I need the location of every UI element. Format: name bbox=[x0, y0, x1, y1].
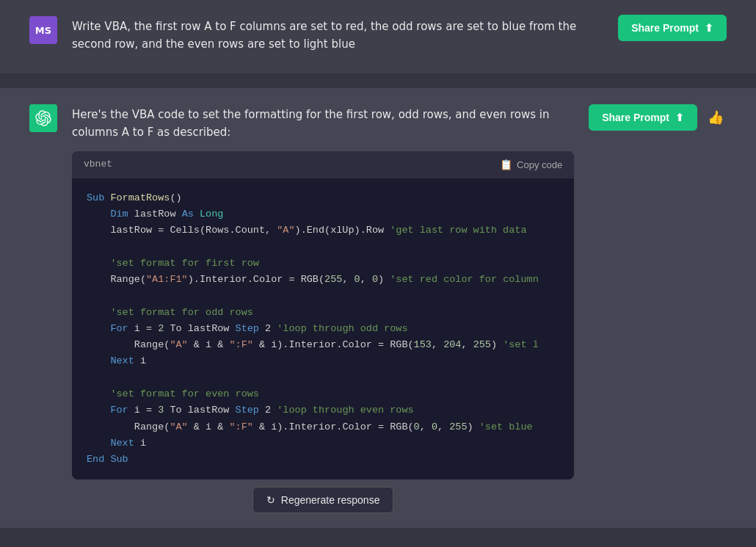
assistant-message-content: Here's the VBA code to set the formattin… bbox=[72, 103, 574, 513]
assistant-avatar bbox=[29, 104, 57, 132]
copy-icon: 📋 bbox=[500, 159, 512, 170]
assistant-actions: Share Prompt ⬆ 👍 bbox=[589, 104, 727, 131]
code-content-area: Sub FormatRows() Dim lastRow As Long las… bbox=[72, 178, 574, 480]
user-avatar: MS bbox=[29, 16, 57, 44]
share-prompt-label-assistant: Share Prompt bbox=[602, 112, 669, 123]
share-prompt-label-user: Share Prompt bbox=[631, 22, 699, 34]
share-prompt-button-user[interactable]: Share Prompt ⬆ bbox=[618, 15, 727, 41]
regenerate-container: ↻ Regenerate response bbox=[72, 487, 574, 513]
code-block: vbnet 📋 Copy code Sub FormatRows() Dim l… bbox=[72, 151, 574, 479]
conversation-container: MS Write VBA, the first row A to F colum… bbox=[0, 0, 756, 528]
thumbs-up-button[interactable]: 👍 bbox=[705, 106, 727, 128]
copy-code-label: Copy code bbox=[517, 159, 562, 170]
share-icon-assistant: ⬆ bbox=[675, 112, 684, 123]
code-lang-label: vbnet bbox=[84, 157, 112, 173]
code-block-header: vbnet 📋 Copy code bbox=[72, 151, 574, 178]
copy-code-button[interactable]: 📋 Copy code bbox=[500, 159, 562, 170]
share-icon-user: ⬆ bbox=[705, 22, 713, 34]
regenerate-label: Regenerate response bbox=[281, 494, 380, 506]
regenerate-icon: ↻ bbox=[266, 494, 275, 506]
share-prompt-button-assistant[interactable]: Share Prompt ⬆ bbox=[589, 104, 697, 131]
regenerate-button[interactable]: ↻ Regenerate response bbox=[252, 487, 394, 513]
assistant-message-row: Here's the VBA code to set the formattin… bbox=[0, 88, 756, 528]
message-separator bbox=[0, 73, 756, 88]
user-message-row: MS Write VBA, the first row A to F colum… bbox=[0, 0, 756, 73]
user-message-text: Write VBA, the first row A to F columns … bbox=[72, 15, 603, 53]
assistant-intro-text: Here's the VBA code to set the formattin… bbox=[72, 106, 574, 141]
